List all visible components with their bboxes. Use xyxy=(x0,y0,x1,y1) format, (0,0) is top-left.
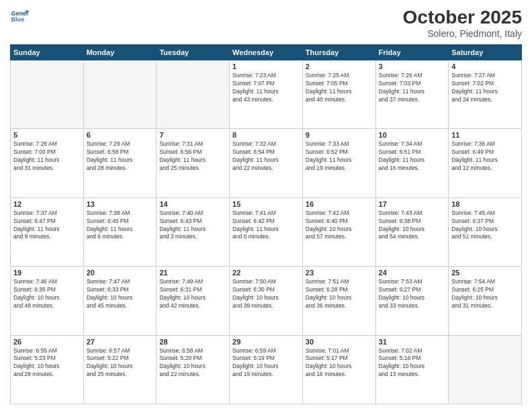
day-number-w1-d3: 8 xyxy=(232,131,300,139)
day-info-w3-d2: Sunrise: 7:49 AM Sunset: 6:31 PM Dayligh… xyxy=(159,278,226,310)
header-wednesday: Wednesday xyxy=(230,45,303,60)
day-number-w3-d2: 21 xyxy=(159,269,226,277)
logo: General Blue xyxy=(10,7,29,26)
day-info-w1-d6: Sunrise: 7:36 AM Sunset: 6:49 PM Dayligh… xyxy=(451,140,519,173)
day-number-w1-d6: 11 xyxy=(451,131,519,139)
day-info-w2-d0: Sunrise: 7:37 AM Sunset: 6:47 PM Dayligh… xyxy=(13,210,81,242)
calendar-cell-w1-d4: 9Sunrise: 7:33 AM Sunset: 6:52 PM Daylig… xyxy=(302,129,375,197)
week-row-0: 1Sunrise: 7:23 AM Sunset: 7:07 PM Daylig… xyxy=(11,60,522,129)
day-number-w4-d1: 27 xyxy=(87,338,154,346)
calendar-cell-w3-d5: 24Sunrise: 7:53 AM Sunset: 6:27 PM Dayli… xyxy=(375,267,449,335)
header-monday: Monday xyxy=(83,45,157,60)
day-number-w4-d2: 28 xyxy=(159,338,226,346)
calendar-body: 1Sunrise: 7:23 AM Sunset: 7:07 PM Daylig… xyxy=(11,60,522,404)
calendar-cell-w2-d5: 17Sunrise: 7:43 AM Sunset: 6:38 PM Dayli… xyxy=(375,197,449,266)
day-info-w0-d6: Sunrise: 7:27 AM Sunset: 7:02 PM Dayligh… xyxy=(451,72,519,104)
title-block: October 2025 Solero, Piedmont, Italy xyxy=(403,7,522,39)
month-title: October 2025 xyxy=(403,7,522,28)
calendar-cell-w2-d2: 14Sunrise: 7:40 AM Sunset: 6:43 PM Dayli… xyxy=(157,197,230,266)
day-number-w2-d0: 12 xyxy=(13,200,81,208)
day-number-w2-d3: 15 xyxy=(232,200,300,208)
calendar-cell-w4-d1: 27Sunrise: 6:57 AM Sunset: 5:22 PM Dayli… xyxy=(83,335,157,404)
day-info-w2-d3: Sunrise: 7:41 AM Sunset: 6:42 PM Dayligh… xyxy=(232,210,300,242)
day-number-w2-d6: 18 xyxy=(451,200,519,208)
day-info-w1-d2: Sunrise: 7:31 AM Sunset: 6:56 PM Dayligh… xyxy=(159,140,226,173)
calendar-cell-w0-d4: 2Sunrise: 7:25 AM Sunset: 7:05 PM Daylig… xyxy=(302,60,375,129)
day-info-w1-d5: Sunrise: 7:34 AM Sunset: 6:51 PM Dayligh… xyxy=(379,140,446,173)
day-info-w1-d4: Sunrise: 7:33 AM Sunset: 6:52 PM Dayligh… xyxy=(306,140,373,173)
day-info-w4-d5: Sunrise: 7:02 AM Sunset: 5:16 PM Dayligh… xyxy=(379,347,446,379)
calendar-cell-w2-d0: 12Sunrise: 7:37 AM Sunset: 6:47 PM Dayli… xyxy=(11,197,84,266)
day-info-w4-d3: Sunrise: 6:59 AM Sunset: 5:19 PM Dayligh… xyxy=(232,347,300,379)
day-info-w3-d1: Sunrise: 7:47 AM Sunset: 6:33 PM Dayligh… xyxy=(87,278,154,310)
calendar-table: Sunday Monday Tuesday Wednesday Thursday… xyxy=(10,44,522,404)
header-friday: Friday xyxy=(375,45,449,60)
day-info-w4-d1: Sunrise: 6:57 AM Sunset: 5:22 PM Dayligh… xyxy=(87,347,154,379)
calendar-cell-w3-d0: 19Sunrise: 7:46 AM Sunset: 6:35 PM Dayli… xyxy=(11,267,84,335)
day-number-w1-d0: 5 xyxy=(13,131,81,139)
day-info-w2-d4: Sunrise: 7:42 AM Sunset: 6:40 PM Dayligh… xyxy=(306,210,373,242)
calendar-cell-w1-d5: 10Sunrise: 7:34 AM Sunset: 6:51 PM Dayli… xyxy=(375,129,449,197)
header-thursday: Thursday xyxy=(302,45,375,60)
day-number-w0-d4: 2 xyxy=(306,62,373,71)
day-info-w3-d5: Sunrise: 7:53 AM Sunset: 6:27 PM Dayligh… xyxy=(379,278,446,310)
day-number-w0-d3: 1 xyxy=(232,62,300,71)
week-row-4: 26Sunrise: 6:55 AM Sunset: 5:23 PM Dayli… xyxy=(11,335,522,404)
calendar-cell-w2-d4: 16Sunrise: 7:42 AM Sunset: 6:40 PM Dayli… xyxy=(302,197,375,266)
day-number-w1-d4: 9 xyxy=(306,131,373,139)
calendar-cell-w1-d3: 8Sunrise: 7:32 AM Sunset: 6:54 PM Daylig… xyxy=(230,129,303,197)
day-number-w2-d4: 16 xyxy=(306,200,373,208)
calendar-cell-w4-d5: 31Sunrise: 7:02 AM Sunset: 5:16 PM Dayli… xyxy=(375,335,449,404)
day-info-w4-d4: Sunrise: 7:01 AM Sunset: 5:17 PM Dayligh… xyxy=(306,347,373,379)
day-number-w4-d4: 30 xyxy=(306,338,373,346)
day-number-w3-d6: 25 xyxy=(451,269,519,277)
day-number-w3-d0: 19 xyxy=(13,269,81,277)
calendar-cell-w1-d6: 11Sunrise: 7:36 AM Sunset: 6:49 PM Dayli… xyxy=(449,129,522,197)
day-number-w3-d4: 23 xyxy=(306,269,373,277)
header: General Blue October 2025 Solero, Piedmo… xyxy=(10,7,522,39)
calendar-cell-w4-d4: 30Sunrise: 7:01 AM Sunset: 5:17 PM Dayli… xyxy=(302,335,375,404)
day-info-w3-d3: Sunrise: 7:50 AM Sunset: 6:30 PM Dayligh… xyxy=(232,278,300,310)
day-info-w0-d5: Sunrise: 7:26 AM Sunset: 7:03 PM Dayligh… xyxy=(379,72,446,104)
week-row-1: 5Sunrise: 7:28 AM Sunset: 7:00 PM Daylig… xyxy=(11,129,522,197)
page: General Blue October 2025 Solero, Piedmo… xyxy=(0,0,532,411)
day-number-w2-d5: 17 xyxy=(379,200,446,208)
day-info-w2-d1: Sunrise: 7:38 AM Sunset: 6:45 PM Dayligh… xyxy=(87,210,154,242)
calendar-cell-w0-d2 xyxy=(157,60,230,129)
calendar-cell-w0-d6: 4Sunrise: 7:27 AM Sunset: 7:02 PM Daylig… xyxy=(449,60,522,129)
day-info-w2-d5: Sunrise: 7:43 AM Sunset: 6:38 PM Dayligh… xyxy=(379,210,446,242)
day-number-w2-d1: 13 xyxy=(87,200,154,208)
calendar-cell-w3-d1: 20Sunrise: 7:47 AM Sunset: 6:33 PM Dayli… xyxy=(83,267,157,335)
calendar-cell-w0-d1 xyxy=(83,60,157,129)
day-number-w1-d1: 6 xyxy=(87,131,154,139)
calendar-cell-w2-d6: 18Sunrise: 7:45 AM Sunset: 6:37 PM Dayli… xyxy=(449,197,522,266)
logo-icon: General Blue xyxy=(10,7,29,26)
day-info-w1-d0: Sunrise: 7:28 AM Sunset: 7:00 PM Dayligh… xyxy=(13,140,81,173)
day-info-w0-d3: Sunrise: 7:23 AM Sunset: 7:07 PM Dayligh… xyxy=(232,72,300,104)
day-info-w3-d6: Sunrise: 7:54 AM Sunset: 6:25 PM Dayligh… xyxy=(451,278,519,310)
header-saturday: Saturday xyxy=(449,45,522,60)
days-header-row: Sunday Monday Tuesday Wednesday Thursday… xyxy=(11,45,522,60)
day-info-w2-d2: Sunrise: 7:40 AM Sunset: 6:43 PM Dayligh… xyxy=(159,210,226,242)
calendar-cell-w4-d6 xyxy=(449,335,522,404)
calendar-cell-w3-d2: 21Sunrise: 7:49 AM Sunset: 6:31 PM Dayli… xyxy=(157,267,230,335)
calendar-cell-w3-d4: 23Sunrise: 7:51 AM Sunset: 6:28 PM Dayli… xyxy=(302,267,375,335)
day-number-w4-d3: 29 xyxy=(232,338,300,346)
calendar-cell-w3-d6: 25Sunrise: 7:54 AM Sunset: 6:25 PM Dayli… xyxy=(449,267,522,335)
day-number-w1-d2: 7 xyxy=(159,131,226,139)
calendar-cell-w0-d3: 1Sunrise: 7:23 AM Sunset: 7:07 PM Daylig… xyxy=(230,60,303,129)
calendar-cell-w4-d0: 26Sunrise: 6:55 AM Sunset: 5:23 PM Dayli… xyxy=(11,335,84,404)
day-number-w3-d1: 20 xyxy=(87,269,154,277)
day-info-w3-d4: Sunrise: 7:51 AM Sunset: 6:28 PM Dayligh… xyxy=(306,278,373,310)
calendar-cell-w1-d2: 7Sunrise: 7:31 AM Sunset: 6:56 PM Daylig… xyxy=(157,129,230,197)
calendar-cell-w1-d0: 5Sunrise: 7:28 AM Sunset: 7:00 PM Daylig… xyxy=(11,129,84,197)
calendar-cell-w4-d2: 28Sunrise: 6:58 AM Sunset: 5:20 PM Dayli… xyxy=(157,335,230,404)
day-number-w3-d5: 24 xyxy=(379,269,446,277)
day-number-w4-d0: 26 xyxy=(13,338,81,346)
day-info-w1-d1: Sunrise: 7:29 AM Sunset: 6:58 PM Dayligh… xyxy=(87,140,154,173)
header-tuesday: Tuesday xyxy=(157,45,230,60)
calendar-cell-w4-d3: 29Sunrise: 6:59 AM Sunset: 5:19 PM Dayli… xyxy=(230,335,303,404)
day-number-w2-d2: 14 xyxy=(159,200,226,208)
day-info-w1-d3: Sunrise: 7:32 AM Sunset: 6:54 PM Dayligh… xyxy=(232,140,300,173)
location: Solero, Piedmont, Italy xyxy=(403,28,522,39)
